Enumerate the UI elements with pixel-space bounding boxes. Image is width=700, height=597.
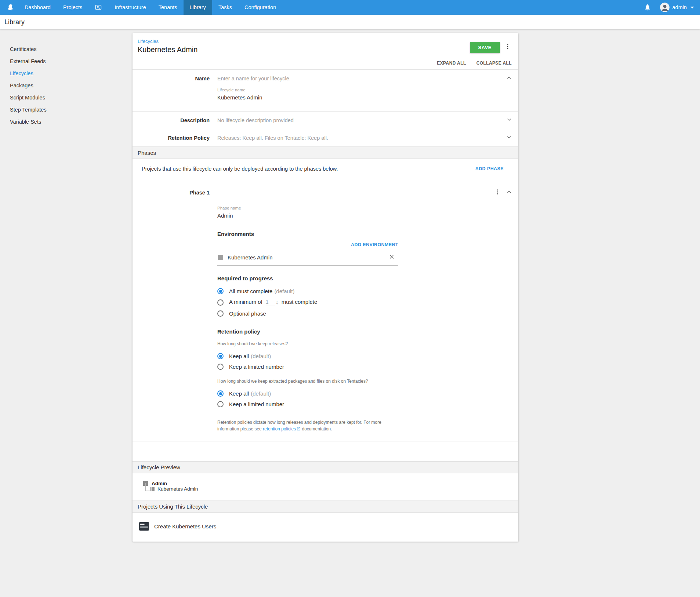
chevron-up-icon[interactable] [503,72,515,84]
description-summary: No lifecycle description provided [210,117,503,123]
page-title-bar: Library [0,15,700,29]
releases-retention-options: Keep all (default) Keep a limited number [217,351,398,372]
retention-footnote: Retention policies dictate how long rele… [217,419,401,432]
add-environment-button[interactable]: ADD ENVIRONMENT [351,242,398,247]
top-navigation: Dashboard Projects Infrastructure Tenant… [0,0,700,15]
chevron-down-icon[interactable] [503,114,515,126]
tentacles-retention-options: Keep all (default) Keep a limited number [217,388,398,409]
nav-tenants[interactable]: Tenants [152,0,184,15]
nav-projects[interactable]: Projects [57,0,88,15]
preview-phase-node: Admin [143,481,513,486]
octopus-logo[interactable] [0,0,18,15]
chevron-down-icon[interactable] [503,132,515,144]
project-link-create-kubernetes-users[interactable]: Create Kubernetes Users [139,522,513,531]
sidebar-item-packages[interactable]: Packages [10,80,133,92]
search-icon[interactable] [88,0,108,15]
radio-releases-keep-all[interactable]: Keep all (default) [217,351,398,361]
page-title: Library [4,18,25,26]
phase-retention-policy-heading: Retention policy [217,328,398,335]
environment-icon [150,487,155,491]
environments-heading: Environments [217,231,398,237]
lifecycle-preview-tree: Admin Kubernetes Admin [133,473,518,500]
close-icon[interactable] [388,253,395,262]
releases-question: How long should we keep releases? [217,341,398,346]
minimum-count-input[interactable] [266,299,275,306]
radio-optional-phase[interactable]: Optional phase [217,308,398,319]
sidebar-item-lifecycles[interactable]: Lifecycles [10,68,133,80]
retention-policies-link[interactable]: retention policies [263,426,301,432]
spacer [133,441,518,461]
tentacles-question: How long should we keep extracted packag… [217,379,398,384]
sidebar-item-variable-sets[interactable]: Variable Sets [10,116,133,128]
radio-minimum-must-complete[interactable]: A minimum of ▲▼ must complete [217,296,398,308]
name-summary: Enter a name for your lifecycle. [210,76,503,81]
nav-configuration[interactable]: Configuration [238,0,282,15]
library-sidebar: Certificates External Feeds Lifecycles P… [0,29,133,128]
overflow-menu-icon[interactable] [502,42,513,52]
phases-section-header: Phases [133,147,518,159]
environment-row: Kubernetes Admin [217,250,398,266]
radio-tentacles-keep-limited[interactable]: Keep a limited number [217,399,398,409]
collapse-all-button[interactable]: COLLAPSE ALL [476,61,512,66]
external-link-icon [297,427,301,431]
add-phase-button[interactable]: ADD PHASE [475,166,504,171]
preview-environment-node: Kubernetes Admin [145,486,513,492]
lifecycle-name-field-label: Lifecycle name [217,88,398,92]
lifecycle-name-input[interactable] [217,94,398,103]
chevron-down-icon[interactable] [690,7,694,8]
lifecycle-editor-card: Lifecycles Kubernetes Admin SAVE EXPAND … [133,33,518,542]
required-to-progress-heading: Required to progress [217,275,398,281]
nav-library[interactable]: Library [184,0,212,15]
radio-icon [217,401,224,407]
phase-overflow-menu-icon[interactable] [492,187,503,198]
radio-releases-keep-limited[interactable]: Keep a limited number [217,361,398,372]
radio-selected-icon [217,390,224,397]
nav-tasks[interactable]: Tasks [212,0,238,15]
description-section: Description No lifecycle description pro… [133,112,518,129]
phase-name-field-label: Phase name [217,206,398,210]
sidebar-item-step-templates[interactable]: Step Templates [10,104,133,116]
lifecycle-title: Kubernetes Admin [138,45,197,54]
radio-icon [217,310,224,317]
retention-policy-label: Retention Policy [133,135,210,141]
tree-connector [145,483,150,491]
nav-infrastructure[interactable]: Infrastructure [108,0,152,15]
phase-name-input[interactable] [217,212,398,221]
username[interactable]: admin [672,4,687,10]
chevron-up-icon[interactable] [503,186,515,199]
phases-intro-text: Projects that use this lifecycle can onl… [142,166,338,172]
name-section: Name Enter a name for your lifecycle. Li… [133,70,518,112]
radio-icon [217,364,224,370]
sidebar-item-certificates[interactable]: Certificates [10,43,133,55]
projects-using-header: Projects Using This Lifecycle [133,500,518,513]
sidebar-item-external-feeds[interactable]: External Feeds [10,55,133,68]
phases-intro-row: Projects that use this lifecycle can onl… [133,159,518,179]
radio-selected-icon [217,288,224,294]
bell-icon[interactable] [639,4,656,11]
name-label: Name [133,76,210,81]
radio-all-must-complete[interactable]: All must complete (default) [217,286,398,296]
quantity-stepper[interactable]: ▲▼ [276,301,278,305]
avatar[interactable] [660,3,670,12]
project-card-icon [139,522,149,531]
retention-policy-section: Retention Policy Releases: Keep all. Fil… [133,129,518,147]
radio-tentacles-keep-all[interactable]: Keep all (default) [217,388,398,399]
lifecycle-preview-header: Lifecycle Preview [133,461,518,473]
required-to-progress-options: All must complete (default) A minimum of… [217,286,398,319]
environment-icon [218,255,223,260]
breadcrumb[interactable]: Lifecycles [138,39,159,44]
save-button[interactable]: SAVE [470,42,500,53]
nav-dashboard[interactable]: Dashboard [18,0,57,15]
phase-1-panel: Phase 1 Phase name Environments ADD [133,179,518,441]
sidebar-item-script-modules[interactable]: Script Modules [10,92,133,104]
description-label: Description [133,117,210,123]
radio-icon [217,299,224,306]
radio-selected-icon [217,353,224,359]
retention-policy-summary: Releases: Keep all. Files on Tentacle: K… [210,135,503,141]
phase-1-title: Phase 1 [133,190,210,196]
expand-all-button[interactable]: EXPAND ALL [437,61,466,66]
environment-name: Kubernetes Admin [228,254,388,261]
